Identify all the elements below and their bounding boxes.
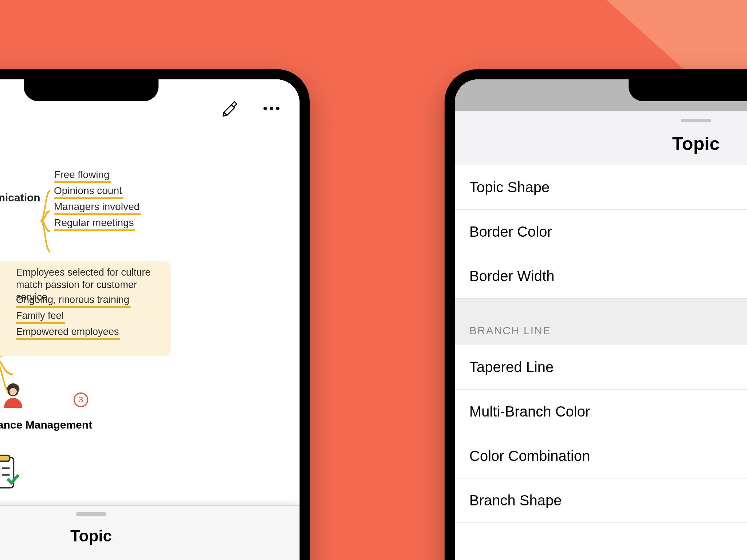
sheet-divider <box>0 556 300 556</box>
svg-point-8 <box>9 388 17 395</box>
row-border-width[interactable]: Border Width 0 pt − <box>455 254 747 299</box>
collapse-count-badge[interactable]: 3 <box>74 393 88 407</box>
svg-rect-10 <box>0 456 9 461</box>
row-branch-shape[interactable]: Branch Shape <box>455 478 747 523</box>
svg-point-2 <box>276 107 279 110</box>
sub-communication-1[interactable]: Opinions count <box>54 185 122 197</box>
row-label: Tapered Line <box>469 359 554 375</box>
phone-right: Topic Topic Shape Border Color Border Wi… <box>445 69 747 560</box>
row-color-combination[interactable]: Color Combination <box>455 434 747 478</box>
phone-left: Communication Free flowing Opinions coun… <box>0 69 310 560</box>
avatar-icon <box>0 382 28 411</box>
sub-communication-2[interactable]: Managers involved <box>54 201 140 213</box>
section-branch-line: Branch Line <box>455 299 747 345</box>
row-border-color[interactable]: Border Color <box>455 210 747 254</box>
sub-communication-0[interactable]: Free flowing <box>54 169 110 181</box>
mindmap-canvas[interactable]: Communication Free flowing Opinions coun… <box>0 127 300 560</box>
row-label: Border Color <box>469 224 552 240</box>
phone-right-screen: Topic Topic Shape Border Color Border Wi… <box>455 79 747 560</box>
sheet-right-title: Topic <box>455 133 747 154</box>
sub-culture-2[interactable]: Family feel <box>16 310 64 322</box>
settings-rows: Topic Shape Border Color Border Width 0 … <box>455 165 747 560</box>
sub-culture-3[interactable]: Empowered employees <box>16 326 119 338</box>
bottom-sheet-right[interactable]: Topic Topic Shape Border Color Border Wi… <box>455 111 747 560</box>
section-label: Branch Line <box>469 324 551 337</box>
bottom-sheet-left[interactable]: Topic <box>0 505 300 560</box>
notch <box>629 79 747 101</box>
svg-point-0 <box>263 107 267 110</box>
row-label: Branch Shape <box>469 492 562 509</box>
svg-point-1 <box>270 107 273 110</box>
row-label: Topic Shape <box>469 179 550 196</box>
sub-communication-3[interactable]: Regular meetings <box>54 217 134 229</box>
sub-culture-1[interactable]: Ongoing, rinorous training <box>16 294 129 305</box>
row-label: Color Combination <box>469 448 590 464</box>
more-icon[interactable] <box>259 96 284 121</box>
sheet-grabber[interactable] <box>681 119 711 122</box>
row-tapered-line[interactable]: Tapered Line <box>455 345 747 390</box>
topic-culture-card[interactable]: Culture Employees selected for culture m… <box>0 261 171 356</box>
phone-left-screen: Communication Free flowing Opinions coun… <box>0 79 300 560</box>
notch <box>24 79 159 101</box>
checklist-icon <box>0 454 20 491</box>
row-label: Multi-Branch Color <box>469 403 590 420</box>
topic-communication[interactable]: Communication <box>0 192 40 204</box>
sheet-left-title: Topic <box>0 527 300 545</box>
topic-performance[interactable]: Performance Management <box>0 419 92 431</box>
row-label: Border Width <box>469 268 554 284</box>
row-multi-branch-color[interactable]: Multi-Branch Color <box>455 390 747 434</box>
sheet-grabber[interactable] <box>76 512 106 516</box>
row-topic-shape[interactable]: Topic Shape <box>455 165 747 210</box>
format-brush-icon[interactable] <box>217 96 243 121</box>
